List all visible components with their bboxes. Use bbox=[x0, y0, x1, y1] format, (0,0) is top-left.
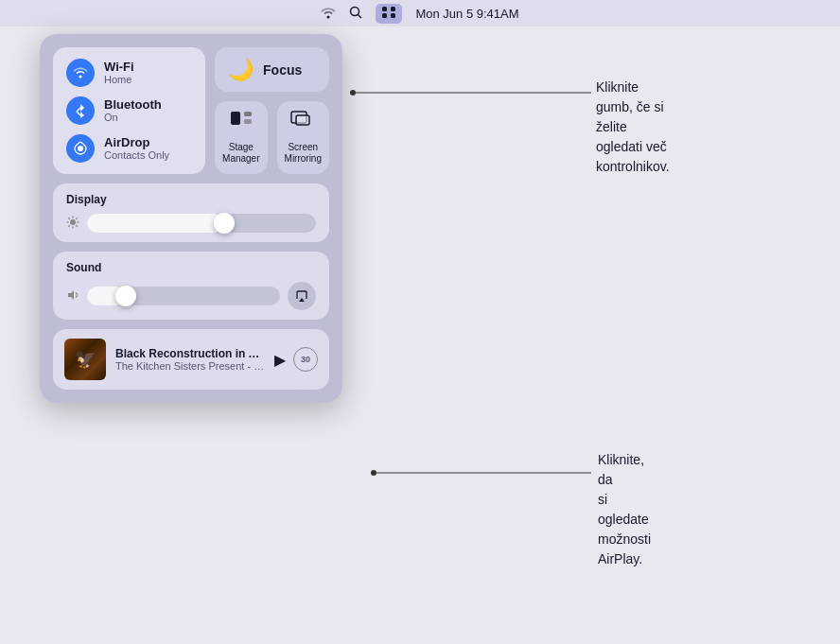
control-center-menubar-icon[interactable] bbox=[376, 4, 402, 24]
bluetooth-icon-circle bbox=[66, 96, 95, 125]
skip-forward-button[interactable]: 30 bbox=[293, 347, 318, 372]
track-artist: The Kitchen Sisters Present - March 7, 2… bbox=[115, 360, 265, 372]
svg-line-22 bbox=[68, 225, 69, 226]
menubar-datetime: Mon Jun 5 9:41AM bbox=[415, 7, 518, 21]
svg-rect-11 bbox=[244, 119, 252, 124]
search-menubar-icon[interactable] bbox=[349, 6, 362, 22]
stage-manager-icon bbox=[230, 111, 253, 137]
wifi-text: Wi-Fi Home bbox=[104, 60, 134, 87]
sound-slider-row bbox=[66, 282, 316, 310]
volume-slider[interactable] bbox=[87, 287, 280, 305]
track-info: Black Reconstruction in America... The K… bbox=[115, 347, 265, 372]
svg-rect-9 bbox=[231, 112, 240, 125]
player-controls: ▶ 30 bbox=[274, 347, 318, 372]
track-title: Black Reconstruction in America... bbox=[115, 347, 265, 360]
svg-rect-13 bbox=[296, 115, 309, 125]
menubar: Mon Jun 5 9:41AM bbox=[0, 0, 840, 26]
brightness-thumb[interactable] bbox=[214, 213, 235, 234]
focus-tile[interactable]: 🌙 Focus bbox=[215, 47, 329, 92]
focus-icon: 🌙 bbox=[228, 58, 254, 82]
airdrop-icon-circle bbox=[66, 134, 95, 163]
svg-rect-3 bbox=[391, 7, 395, 11]
sound-label: Sound bbox=[66, 261, 316, 274]
brightness-fill bbox=[87, 214, 224, 233]
airplay-annotation-dot bbox=[371, 470, 376, 476]
bluetooth-item[interactable]: Bluetooth On bbox=[66, 96, 192, 125]
control-center-panel: Wi-Fi Home Bluetooth On bbox=[40, 34, 342, 403]
wifi-icon-circle bbox=[66, 59, 95, 87]
wifi-item[interactable]: Wi-Fi Home bbox=[66, 59, 192, 87]
screen-mirroring-label: Screen Mirroring bbox=[285, 142, 322, 165]
focus-label: Focus bbox=[263, 62, 302, 78]
svg-point-0 bbox=[351, 7, 359, 15]
svg-line-21 bbox=[76, 218, 77, 218]
brightness-low-icon bbox=[66, 216, 79, 232]
bottom-tiles: Stage Manager Screen Mirroring bbox=[215, 101, 329, 174]
display-label: Display bbox=[66, 193, 316, 206]
brightness-slider[interactable] bbox=[87, 214, 316, 233]
svg-rect-5 bbox=[391, 13, 395, 18]
bluetooth-text: Bluetooth On bbox=[104, 97, 162, 125]
airdrop-name: AirDrop bbox=[104, 135, 169, 150]
sound-section: Sound bbox=[53, 252, 329, 320]
annotation-focus-text: Kliknite gumb, če si želite ogledati več… bbox=[596, 78, 670, 177]
airdrop-text: AirDrop Contacts Only bbox=[104, 135, 169, 163]
top-row: Wi-Fi Home Bluetooth On bbox=[53, 47, 329, 174]
bluetooth-name: Bluetooth bbox=[104, 97, 162, 113]
svg-rect-4 bbox=[382, 13, 387, 18]
stage-manager-label: Stage Manager bbox=[222, 142, 259, 165]
volume-thumb[interactable] bbox=[115, 286, 136, 306]
volume-low-icon bbox=[66, 288, 79, 305]
svg-rect-10 bbox=[244, 112, 252, 116]
screen-mirroring-icon bbox=[290, 111, 315, 137]
airdrop-item[interactable]: AirDrop Contacts Only bbox=[66, 134, 192, 163]
svg-line-19 bbox=[68, 218, 69, 218]
display-section: Display bbox=[53, 183, 329, 242]
svg-rect-2 bbox=[382, 7, 387, 11]
annotation-airplay-text: Kliknite, da si ogledate možnosti AirPla… bbox=[598, 450, 651, 569]
airdrop-sub: Contacts Only bbox=[104, 149, 169, 162]
right-col: 🌙 Focus Stage Manager bbox=[215, 47, 329, 174]
bluetooth-sub: On bbox=[104, 112, 162, 124]
album-art-decoration: 🦅 bbox=[75, 349, 96, 370]
wifi-sub: Home bbox=[104, 74, 134, 86]
airplay-button[interactable] bbox=[288, 282, 316, 310]
screen-mirroring-tile[interactable]: Screen Mirroring bbox=[277, 101, 329, 174]
skip-icon: 30 bbox=[301, 355, 310, 364]
focus-annotation-dot bbox=[350, 90, 356, 96]
display-slider-row bbox=[66, 214, 316, 233]
wifi-name: Wi-Fi bbox=[104, 60, 134, 75]
svg-point-14 bbox=[70, 219, 76, 225]
wifi-menubar-icon[interactable] bbox=[321, 6, 336, 22]
play-button[interactable]: ▶ bbox=[274, 351, 286, 369]
svg-line-20 bbox=[76, 225, 77, 226]
stage-manager-tile[interactable]: Stage Manager bbox=[215, 101, 267, 174]
svg-point-8 bbox=[78, 146, 83, 151]
now-playing-tile: 🦅 Black Reconstruction in America... The… bbox=[53, 329, 329, 390]
album-art: 🦅 bbox=[64, 339, 106, 380]
network-tile: Wi-Fi Home Bluetooth On bbox=[53, 47, 205, 174]
svg-line-6 bbox=[77, 108, 80, 112]
svg-line-1 bbox=[359, 14, 362, 18]
svg-line-7 bbox=[77, 112, 80, 115]
